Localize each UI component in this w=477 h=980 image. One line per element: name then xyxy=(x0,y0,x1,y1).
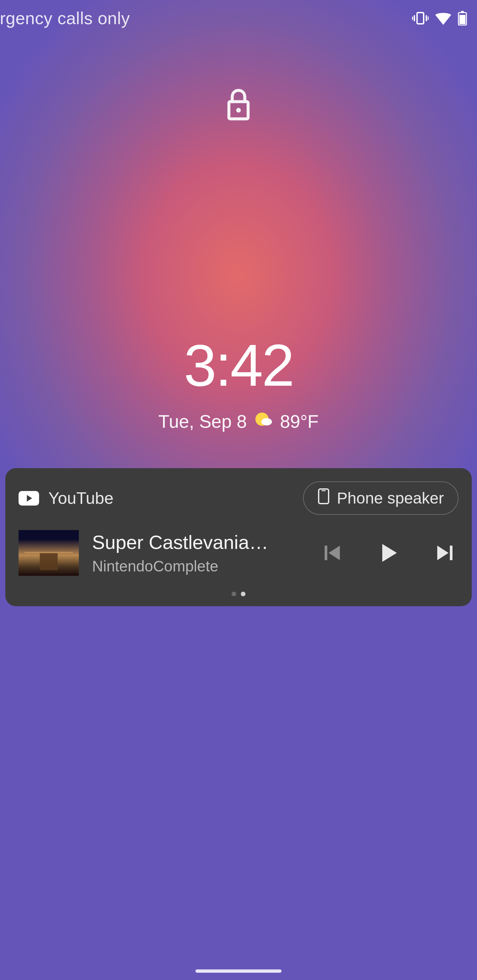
clock-time: 3:42 xyxy=(0,336,477,395)
next-button[interactable] xyxy=(433,542,455,563)
media-notification-card[interactable]: YouTube Phone speaker Super Castlevania … xyxy=(5,468,472,606)
svg-point-11 xyxy=(262,418,272,425)
svg-rect-15 xyxy=(450,546,453,560)
clock-block: 3:42 Tue, Sep 8 89°F xyxy=(0,336,477,433)
youtube-icon xyxy=(19,491,39,506)
svg-rect-7 xyxy=(459,15,466,24)
status-icons xyxy=(412,11,467,25)
media-channel: NintendoComplete xyxy=(92,557,309,575)
media-body: Super Castlevania I… NintendoComplete xyxy=(19,530,458,576)
media-app-row: YouTube xyxy=(19,489,113,508)
media-title: Super Castlevania I… xyxy=(92,531,271,553)
status-bar: ergency calls only xyxy=(0,0,477,37)
date-text: Tue, Sep 8 xyxy=(158,411,247,432)
svg-rect-0 xyxy=(417,13,424,24)
previous-button[interactable] xyxy=(323,542,344,563)
pager-dot-0[interactable] xyxy=(231,592,236,596)
lock-icon xyxy=(226,88,251,122)
media-text: Super Castlevania I… NintendoComplete xyxy=(92,531,309,575)
audio-output-chip[interactable]: Phone speaker xyxy=(303,481,458,515)
media-app-name: YouTube xyxy=(48,489,113,508)
svg-point-9 xyxy=(236,108,241,113)
play-button[interactable] xyxy=(377,541,400,565)
media-controls xyxy=(323,541,455,565)
date-weather-row[interactable]: Tue, Sep 8 89°F xyxy=(0,410,477,433)
lock-indicator xyxy=(0,88,477,122)
svg-rect-14 xyxy=(325,546,327,560)
pager-dot-1[interactable] xyxy=(241,592,246,596)
network-status-text: ergency calls only xyxy=(0,8,130,28)
nav-handle[interactable] xyxy=(195,969,282,973)
battery-icon xyxy=(458,11,467,25)
partly-cloudy-icon xyxy=(254,410,273,433)
media-thumbnail[interactable] xyxy=(19,530,79,576)
audio-output-label: Phone speaker xyxy=(337,489,444,507)
temperature-text: 89°F xyxy=(280,411,319,432)
media-header: YouTube Phone speaker xyxy=(19,481,458,515)
pager-dots[interactable] xyxy=(19,592,458,596)
svg-rect-12 xyxy=(319,489,329,504)
wifi-icon xyxy=(435,11,452,25)
phone-icon xyxy=(317,488,330,508)
vibrate-icon xyxy=(412,11,429,25)
